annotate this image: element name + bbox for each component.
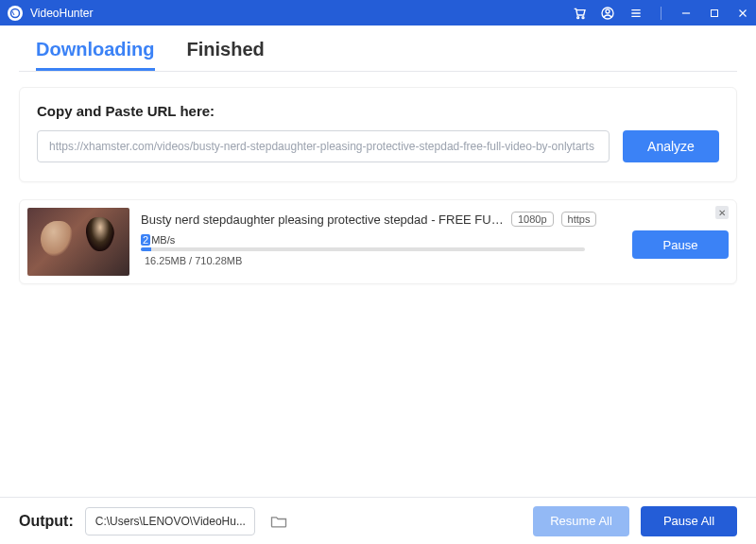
titlebar: VideoHunter [0, 0, 756, 26]
app-logo [8, 6, 23, 21]
account-icon[interactable] [600, 6, 615, 21]
menu-icon[interactable] [628, 6, 644, 21]
pause-button[interactable]: Pause [632, 230, 729, 259]
url-input[interactable] [37, 130, 610, 162]
download-title: Busty nerd stepdaughter pleasing protect… [141, 212, 504, 227]
resume-all-button[interactable]: Resume All [533, 506, 629, 536]
close-icon[interactable] [735, 6, 750, 21]
minimize-icon[interactable] [679, 6, 694, 21]
svg-point-2 [582, 16, 584, 18]
remove-download-icon[interactable]: ✕ [715, 206, 729, 219]
maximize-icon[interactable] [707, 6, 722, 21]
tabs: Downloading Finished [19, 26, 737, 72]
tab-finished[interactable]: Finished [187, 39, 265, 71]
protocol-badge: https [561, 212, 597, 227]
main-content: Downloading Finished Copy and Paste URL … [0, 26, 756, 497]
cart-icon[interactable] [572, 6, 587, 21]
bottombar: Output: C:\Users\LENOVO\VideoHu... Resum… [0, 497, 756, 544]
pause-all-button[interactable]: Pause All [641, 506, 737, 536]
output-label: Output: [19, 513, 74, 530]
progress-bar [141, 247, 585, 251]
tab-downloading[interactable]: Downloading [36, 39, 155, 71]
titlebar-divider [661, 7, 662, 20]
svg-point-4 [606, 9, 610, 13]
download-item: Busty nerd stepdaughter pleasing protect… [19, 199, 737, 284]
svg-point-1 [577, 16, 579, 18]
app-title: VideoHunter [30, 7, 572, 20]
svg-rect-5 [712, 9, 718, 16]
quality-badge: 1080p [511, 212, 554, 227]
video-thumbnail [27, 208, 129, 276]
output-path[interactable]: C:\Users\LENOVO\VideoHu... [85, 507, 255, 536]
url-label: Copy and Paste URL here: [37, 103, 719, 119]
analyze-button[interactable]: Analyze [623, 130, 719, 162]
svg-point-0 [11, 8, 20, 17]
url-card: Copy and Paste URL here: Analyze [19, 87, 737, 182]
open-folder-icon[interactable] [266, 509, 291, 534]
